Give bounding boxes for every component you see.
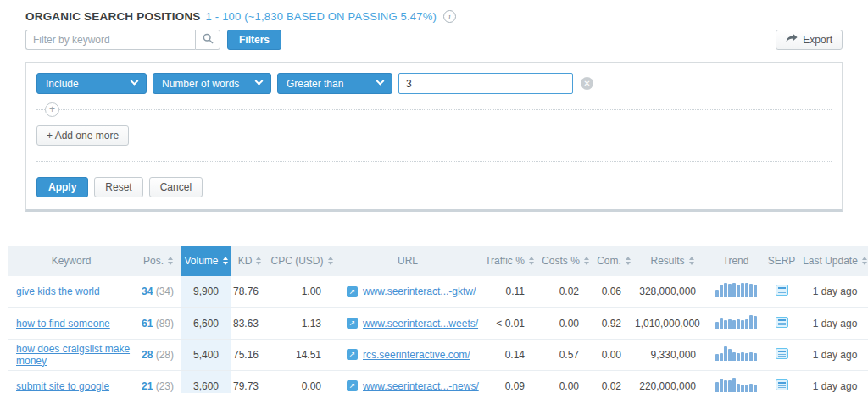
column-header-url[interactable]: URL [335,246,481,276]
cpc-cell: 14.51 [269,339,335,370]
reset-button[interactable]: Reset [94,177,142,197]
comparison-dropdown[interactable]: Greater than [277,73,392,94]
positions-table: Keyword Pos. Volume KD CPC (USD) URL Tra… [8,246,868,393]
kd-cell: 83.63 [231,307,269,339]
last-update-cell: 1 day ago [801,307,868,339]
costs-cell: 0.00 [538,370,593,393]
sort-icon [584,257,589,265]
dotted-divider [36,161,832,162]
sort-icon [223,257,228,265]
column-header-pos[interactable]: Pos. [135,246,181,276]
apply-button[interactable]: Apply [36,177,88,197]
organic-search-positions-page: ORGANIC SEARCH POSITIONS 1 - 100 (~1,830… [0,0,868,393]
column-header-kd[interactable]: KD [231,246,269,276]
external-link-icon[interactable]: ↗ [347,349,358,360]
export-label: Export [803,34,832,46]
column-header-trend: Trend [709,246,762,276]
external-link-icon[interactable]: ↗ [347,318,358,329]
position-cell: 21 (23) [135,370,181,393]
costs-cell: 0.00 [538,307,593,339]
results-cell: 328,000,000 [635,276,709,307]
column-header-cpc[interactable]: CPC (USD) [269,246,335,276]
keyword-link[interactable]: give kids the world [16,285,100,297]
page-header: ORGANIC SEARCH POSITIONS 1 - 100 (~1,830… [8,8,860,23]
dotted-divider: + [36,109,832,110]
sort-icon [256,257,261,265]
serp-icon[interactable] [776,348,788,359]
url-link[interactable]: www.seerinteract...weets/ [363,318,478,329]
chevron-down-icon [255,77,264,86]
results-cell: 1,010,000,000 [635,307,709,339]
trend-sparkline [715,346,757,361]
costs-cell: 0.57 [538,339,593,370]
add-one-more-button[interactable]: + Add one more [36,125,129,146]
traffic-cell: 0.14 [481,339,538,370]
volume-cell: 6,600 [181,307,231,339]
table-row: give kids the world 34 (34) 9,900 78.76 … [8,276,868,307]
cpc-cell: 1.00 [269,276,335,307]
cancel-button[interactable]: Cancel [149,177,203,197]
keyword-link[interactable]: how to find someone [16,318,110,329]
column-header-results[interactable]: Results [635,246,709,276]
column-header-serp: SERP [762,246,801,276]
plus-circle-icon[interactable]: + [45,102,59,117]
keyword-filter-input[interactable] [25,30,195,50]
cpc-cell: 0.00 [269,370,335,393]
com-cell: 0.00 [593,339,635,370]
position-cell: 28 (28) [135,339,181,370]
serp-icon[interactable] [776,317,788,328]
condition-value-input[interactable] [398,73,573,94]
export-button[interactable]: Export [776,30,843,50]
volume-cell: 5,400 [181,339,231,370]
magnifier-icon [203,33,214,47]
column-header-last-update[interactable]: Last Update [801,246,868,276]
chevron-down-icon [376,77,385,86]
last-update-cell: 1 day ago [801,276,868,307]
operator-dropdown[interactable]: Include [36,73,147,94]
filters-panel: Include Number of words Greater than ✕ +… [25,62,843,212]
table-row: how does craigslist make money 28 (28) 5… [8,339,868,370]
field-dropdown-value: Number of words [162,78,239,90]
results-range-label: 1 - 100 (~1,830 BASED ON PASSING 5.47%) [206,10,437,23]
last-update-cell: 1 day ago [801,339,868,370]
info-icon[interactable]: i [443,10,456,23]
share-arrow-icon [786,34,798,46]
results-cell: 9,330,000 [635,339,709,370]
chevron-down-icon [131,77,139,86]
column-header-traffic[interactable]: Traffic % [481,246,538,276]
external-link-icon[interactable]: ↗ [347,286,358,297]
column-header-volume[interactable]: Volume [181,246,231,276]
comparison-dropdown-value: Greater than [287,78,343,90]
position-cell: 61 (89) [135,307,181,339]
traffic-cell: 0.11 [481,276,538,307]
serp-icon[interactable] [776,285,788,296]
results-cell: 220,000,000 [635,370,709,393]
sort-icon [862,257,867,265]
traffic-cell: < 0.01 [481,307,538,339]
volume-cell: 9,900 [181,276,231,307]
url-link[interactable]: rcs.seerinteractive.com/ [363,349,470,361]
sort-icon [168,257,173,265]
com-cell: 0.02 [593,370,635,393]
url-link[interactable]: www.seerinteract...-gktw/ [363,285,476,297]
column-header-costs[interactable]: Costs % [538,246,593,276]
keyword-link[interactable]: how does craigslist make money [16,343,130,367]
filter-condition-row: Include Number of words Greater than ✕ [36,73,832,94]
filters-button[interactable]: Filters [227,30,281,50]
kd-cell: 75.16 [231,339,269,370]
com-cell: 0.06 [593,276,635,307]
keyword-link[interactable]: submit site to google [16,380,109,392]
column-header-keyword[interactable]: Keyword [8,246,135,276]
table-row: how to find someone 61 (89) 6,600 83.63 … [8,307,868,339]
serp-icon[interactable] [776,379,788,390]
close-circle-icon[interactable]: ✕ [581,77,593,90]
volume-cell: 3,600 [181,370,231,393]
last-update-cell: 1 day ago [801,370,868,393]
table-row: submit site to google 21 (23) 3,600 79.7… [8,370,868,393]
field-dropdown[interactable]: Number of words [153,73,271,94]
url-link[interactable]: www.seerinteract...-news/ [363,380,479,392]
sort-icon [328,257,333,265]
column-header-com[interactable]: Com. [593,246,635,276]
external-link-icon[interactable]: ↗ [347,380,358,391]
search-button[interactable] [195,30,220,50]
